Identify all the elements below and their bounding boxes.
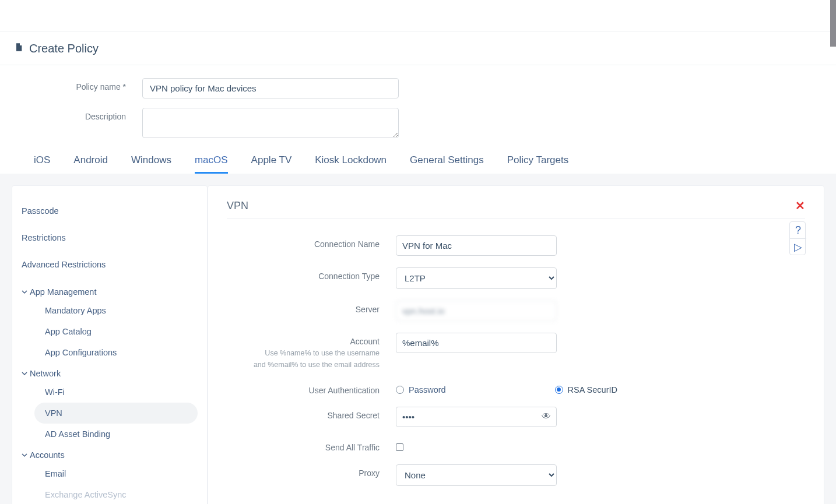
sidebar-item-passcode[interactable]: Passcode [22, 201, 198, 221]
connection-name-input[interactable] [396, 235, 557, 256]
user-auth-label: User Authentication [227, 382, 396, 395]
account-label-text: Account [227, 337, 380, 346]
description-input[interactable] [142, 108, 399, 138]
platform-tabs: iOS Android Windows macOS Apple TV Kiosk… [0, 154, 836, 174]
connection-name-label: Connection Name [227, 235, 396, 249]
connection-type-select[interactable]: L2TP [396, 267, 557, 289]
tab-targets[interactable]: Policy Targets [507, 154, 569, 174]
tab-appletv[interactable]: Apple TV [251, 154, 292, 174]
sidebar-item-restrictions[interactable]: Restrictions [22, 228, 198, 248]
account-label: Account Use %name% to use the username a… [227, 333, 396, 370]
proxy-select[interactable]: None [396, 464, 557, 486]
sidebar-item-ad-asset[interactable]: AD Asset Binding [34, 424, 198, 445]
tab-kiosk[interactable]: Kiosk Lockdown [315, 154, 387, 174]
page-header: Create Policy [0, 31, 836, 65]
policy-name-label: Policy name * [0, 78, 142, 91]
tab-general[interactable]: General Settings [410, 154, 484, 174]
play-icon[interactable]: ▷ [790, 238, 806, 255]
document-icon [14, 42, 23, 55]
sidebar-item-wifi[interactable]: Wi-Fi [34, 382, 198, 403]
server-input[interactable] [396, 301, 557, 321]
connection-type-label: Connection Type [227, 267, 396, 281]
sidebar-group-label: Network [30, 369, 61, 378]
auth-rsa-label: RSA SecurID [568, 385, 617, 394]
panel-title: VPN [227, 200, 248, 212]
eye-icon[interactable]: 👁 [542, 411, 551, 422]
sidebar-item-app-catalog[interactable]: App Catalog [34, 321, 198, 342]
send-all-checkbox[interactable] [396, 443, 403, 451]
sidebar-group-label: Accounts [30, 450, 65, 460]
sidebar-group-accounts[interactable]: Accounts [22, 445, 198, 463]
close-icon[interactable]: ✕ [795, 199, 805, 213]
auth-rsa-radio[interactable]: RSA SecurID [555, 385, 617, 394]
account-hint-2: and %email% to use the email address [227, 360, 380, 369]
tab-macos[interactable]: macOS [195, 154, 228, 174]
sidebar-item-adv-restrictions[interactable]: Advanced Restrictions [22, 255, 198, 274]
chevron-down-icon [22, 371, 27, 376]
sidebar-group-label: App Management [30, 287, 96, 297]
description-label: Description [0, 108, 142, 121]
tab-android[interactable]: Android [73, 154, 108, 174]
panel-side-actions: ? ▷ [789, 221, 806, 255]
help-icon[interactable]: ? [790, 222, 806, 238]
account-input[interactable] [396, 333, 557, 353]
sidebar-item-email[interactable]: Email [34, 463, 198, 484]
proxy-label: Proxy [227, 464, 396, 478]
config-panel: VPN ✕ Connection Name Connection Type [208, 185, 824, 504]
settings-sidebar: Passcode Restrictions Advanced Restricti… [12, 185, 208, 504]
tab-ios[interactable]: iOS [34, 154, 50, 174]
server-label: Server [227, 301, 396, 314]
sidebar-group-network[interactable]: Network [22, 363, 198, 382]
page-title: Create Policy [29, 42, 99, 55]
chevron-down-icon [22, 452, 27, 458]
account-hint-1: Use %name% to use the username [227, 348, 380, 358]
send-all-label: Send All Traffic [227, 439, 396, 452]
shared-secret-label: Shared Secret [227, 407, 396, 420]
shared-secret-input[interactable] [396, 407, 557, 427]
scrollbar[interactable] [830, 0, 836, 47]
chevron-down-icon [22, 289, 27, 295]
tab-windows[interactable]: Windows [131, 154, 171, 174]
sidebar-item-app-configs[interactable]: App Configurations [34, 342, 198, 363]
sidebar-item-exchange[interactable]: Exchange ActiveSync [34, 484, 198, 504]
sidebar-group-app-mgmt[interactable]: App Management [22, 281, 198, 300]
sidebar-item-mandatory-apps[interactable]: Mandatory Apps [34, 300, 198, 321]
sidebar-item-vpn[interactable]: VPN [34, 403, 198, 424]
top-bar [0, 0, 836, 31]
auth-password-label: Password [409, 385, 446, 394]
auth-password-radio[interactable]: Password [396, 385, 550, 394]
policy-name-input[interactable] [142, 78, 399, 98]
